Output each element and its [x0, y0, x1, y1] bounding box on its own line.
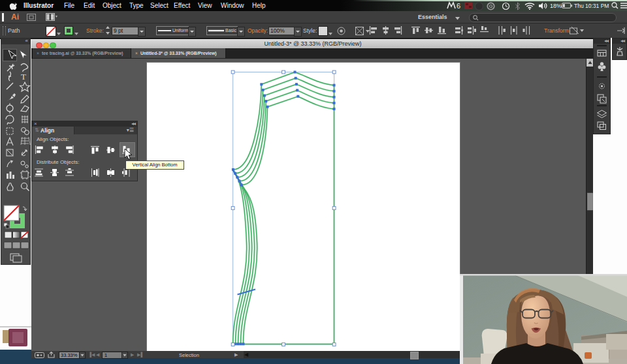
svg-text:6: 6 — [457, 2, 460, 10]
svg-text:T: T — [21, 72, 26, 82]
